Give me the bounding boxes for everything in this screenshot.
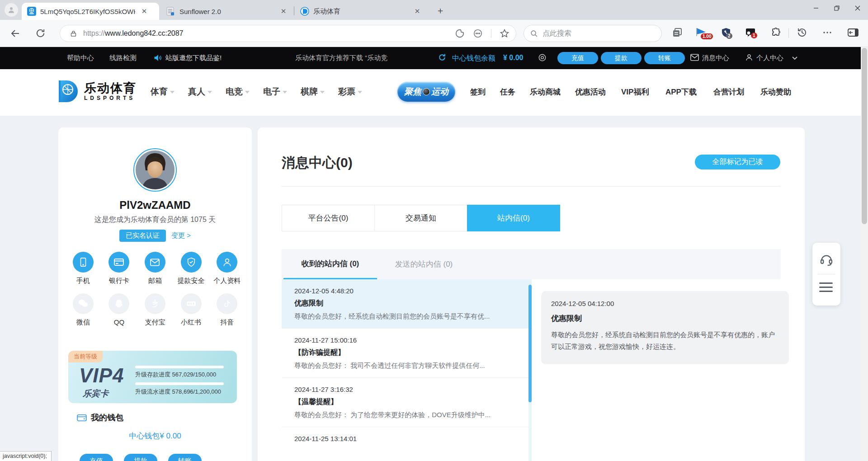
lock-icon[interactable] [70,30,77,37]
more-options-icon[interactable] [473,28,483,38]
browser-profile-avatar[interactable] [5,3,18,17]
history-icon[interactable] [797,27,808,39]
message-title: 【温馨提醒】 [294,397,520,407]
tab-3[interactable]: 乐动体育 ✕ [295,3,429,20]
tab-transaction-notices[interactable]: 交易通知 [374,205,467,231]
nav-link-tasks[interactable]: 任务 [500,87,515,97]
nav-menu-slots[interactable]: 电子 [263,86,287,98]
mark-all-read-button[interactable]: 全部标记为已读 [695,155,780,169]
security-item-withdraw-safety[interactable]: 提款安全 [173,252,209,285]
tab-platform-announcements[interactable]: 平台公告(0) [282,205,375,231]
social-item-wechat[interactable]: 微信 [65,293,101,327]
change-link[interactable]: 变更 > [171,231,191,240]
chevron-down-icon [358,91,362,94]
help-center-link[interactable]: 帮助中心 [67,54,94,62]
security-item-email[interactable]: 邮箱 [137,252,173,285]
withdraw-button[interactable]: 提款 [601,52,642,64]
back-icon[interactable] [10,28,21,39]
social-item-qq[interactable]: QQ [101,293,137,327]
flag-badge: 1.00 [701,33,713,39]
close-icon[interactable]: ✕ [413,7,422,16]
message-preview: 尊敬的会员您好： 为了给您带来更好的体验，DOVE升级维护中... [294,411,511,419]
chat-extension-icon[interactable]: 1 [745,27,757,39]
divider [788,28,789,38]
address-bar[interactable]: https://www.ledong842.cc:2087 [60,25,516,42]
line-check-link[interactable]: 线路检测 [109,54,137,62]
subtab-received-mail[interactable]: 收到的站内信 (0) [283,249,377,279]
nav-menu-chess[interactable]: 棋牌 [301,86,325,98]
sidebar-toggle-icon[interactable] [847,27,859,39]
scrollbar-thumb[interactable] [528,285,532,402]
deposit-button[interactable]: 充值 [80,454,113,461]
toolbar-ellipsis-icon[interactable] [822,27,834,39]
restore-button[interactable] [826,0,847,16]
nav-link-mall[interactable]: 乐动商城 [530,87,561,97]
deposit-progress-label: 升级存款进度 567,029/150,000 [135,371,216,379]
extensions-puzzle-icon[interactable] [771,27,783,39]
tab-site-mail[interactable]: 站内信(0) [467,205,560,231]
message-list-item[interactable]: 2024-12-05 4:48:20 优惠限制 尊敬的会员您好，经系统自动检测目… [282,279,532,328]
xiaohongshu-icon [181,293,202,314]
deposit-button[interactable]: 充值 [557,52,598,64]
message-time: 2024-11-27 3:16:32 [294,386,520,393]
social-item-douyin[interactable]: 抖音 [209,293,245,327]
social-item-xiaohongshu[interactable]: 小红书 [173,293,209,327]
refresh-balance-icon[interactable] [438,53,447,62]
close-icon[interactable]: ✕ [279,7,288,16]
phone-icon [73,252,94,273]
announcement-text[interactable]: 站版邀您下载品鉴! [165,54,222,62]
tab-2[interactable]: Sunflower 2.0 ✕ [161,3,293,20]
person-icon [745,53,753,61]
nav-link-sponsorship[interactable]: 乐动赞助 [760,87,791,97]
nav-menu-live[interactable]: 真人 [188,86,212,98]
message-list-item[interactable]: 2024-11-27 15:00:16 【防诈骗提醒】 尊敬的会员您好： 我司不… [282,328,532,377]
person-icon [7,6,15,14]
message-center-link[interactable]: 消息中心 [702,54,729,62]
avatar[interactable] [133,148,177,192]
withdraw-button[interactable]: 提款 [124,454,157,461]
chevron-down-icon [170,91,175,94]
transfer-button[interactable]: 转账 [644,52,685,64]
personal-center-link[interactable]: 个人中心 [756,54,783,62]
refresh-icon[interactable] [35,28,46,39]
nav-link-checkin[interactable]: 签到 [470,87,486,97]
search-box[interactable] [524,25,662,42]
close-window-button[interactable] [847,0,868,16]
transfer-button[interactable]: 转账 [168,454,202,461]
focus-sports-banner[interactable]: 聚焦运动 [397,82,455,102]
username: PlV2wZAAMD [58,199,252,212]
browser-page-scrollbar[interactable] [861,47,868,461]
page-tools-icon[interactable] [455,28,465,38]
message-list-item[interactable]: 2024-11-25 13:14:01 [282,427,532,450]
close-icon[interactable]: ✕ [140,7,149,16]
site-topbar: 帮助中心 线路检测 站版邀您下载品鉴! 乐动体育官方推荐下载 “乐动竞 中心钱包… [0,47,861,69]
search-input[interactable] [542,29,633,38]
flag-extension-icon[interactable]: 1.00 [695,27,707,39]
new-tab-button[interactable]: ＋ [435,5,446,16]
security-item-personal-info[interactable]: 个人资料 [209,252,245,285]
favorite-star-icon[interactable] [500,28,509,38]
tab-1[interactable]: 5LmQ5Yqo5L2T6IKyfOS5kOWKqQ ✕ [22,3,159,20]
nav-link-vip[interactable]: VIP福利 [621,87,649,97]
security-item-phone[interactable]: 手机 [65,252,101,285]
nav-menu-lottery[interactable]: 彩票 [338,86,362,98]
minimize-button[interactable] [806,0,826,16]
eye-icon[interactable] [538,53,547,62]
customer-service-headset-icon[interactable] [819,253,834,267]
security-item-bankcard[interactable]: 银行卡 [101,252,137,285]
site-logo[interactable]: 乐动体育 LDSPORTS [57,79,137,104]
menu-icon[interactable] [819,282,834,297]
nav-link-affiliate[interactable]: 合营计划 [713,87,744,97]
message-list-item[interactable]: 2024-11-27 3:16:32 【温馨提醒】 尊敬的会员您好： 为了给您带… [282,377,532,427]
nav-link-app-download[interactable]: APP下载 [665,87,697,97]
collections-icon[interactable] [672,27,684,39]
url-text[interactable]: https://www.ledong842.cc:2087 [83,29,455,38]
social-item-alipay[interactable]: 支付宝 [137,293,173,327]
scrollbar-thumb[interactable] [862,48,867,224]
nav-menu-esports[interactable]: 电竞 [226,86,250,98]
nav-link-promotions[interactable]: 优惠活动 [575,87,606,97]
shield-percent-extension-icon[interactable]: 2 [721,27,732,39]
message-list-scrollbar[interactable] [528,285,532,461]
subtab-sent-mail[interactable]: 发送的站内信 (0) [377,249,471,279]
nav-menu-sports[interactable]: 体育 [151,86,175,98]
